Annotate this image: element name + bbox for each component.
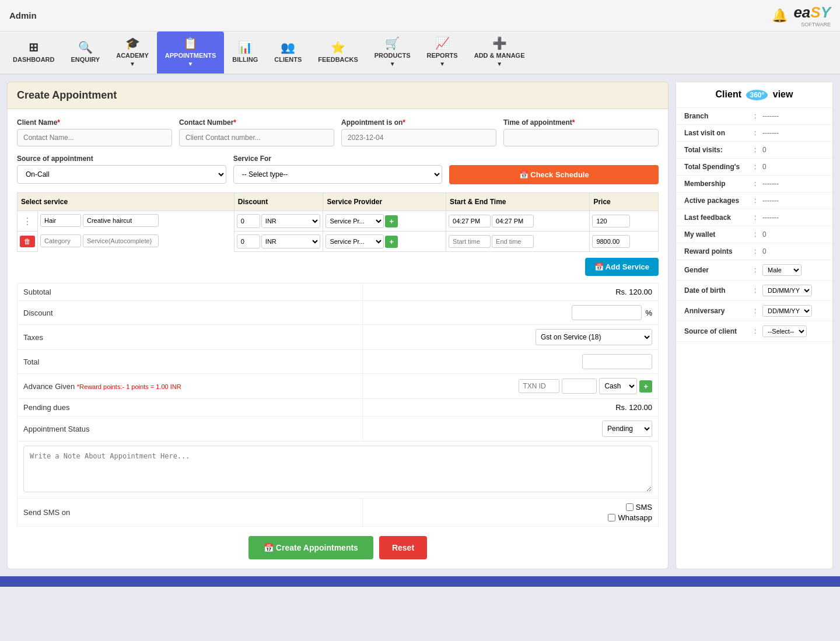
sms-checkbox-label[interactable]: SMS [626,503,652,512]
my-wallet-row: My wallet : 0 [676,226,832,243]
total-value[interactable]: 140.60 [582,354,652,369]
check-schedule-button[interactable]: 📅 Check Schedule [449,165,659,184]
contact-number-label: Contact Number* [179,118,334,127]
dob-label: Date of birth [684,286,754,295]
active-packages-value: ------- [762,197,824,205]
advance-amount-input[interactable]: 0 [562,379,597,394]
source-client-label: Source of client [684,327,754,335]
membership-label: Membership [684,180,754,188]
discount-value-input[interactable]: 0 [572,305,642,320]
discount-input-2[interactable] [237,234,260,248]
admin-title: Admin [9,10,37,20]
total-visits-label: Total visits: [684,146,754,154]
pending-dues-label: Pending dues [18,399,363,416]
service-for-group: Service For -- Select type-- [233,155,443,184]
delete-row-2[interactable]: 🗑 [20,236,35,247]
nav-dashboard-label: DASHBOARD [13,56,55,63]
appointment-date-group: Appointment is on* [341,118,496,146]
pending-dues-row: Pending dues Rs. 120.00 [18,399,659,416]
logo-sub: SOFTWARE [793,22,831,27]
service-input-2[interactable] [83,234,159,247]
create-appointment-title: Create Appointment [17,89,117,101]
th-discount: Discount [234,193,323,211]
source-client-select[interactable]: --Select-- [762,325,807,337]
nav-feedbacks[interactable]: ⭐ FEEDBACKS [310,36,366,69]
nav-add-manage[interactable]: ➕ ADD & MANAGE ▼ [466,31,533,73]
taxes-select[interactable]: Gst on Service (18) [536,329,652,345]
end-time-1[interactable] [492,215,534,227]
nav-academy-label: ACADEMY [116,52,149,59]
nav-enquiry[interactable]: 🔍 ENQUIRY [63,36,108,69]
discount-label: Discount [18,301,363,325]
nav-academy[interactable]: 🎓 ACADEMY ▼ [108,31,157,73]
form-area: Client Name* Contact Number* Appointment… [7,109,668,569]
provider-select-1[interactable]: Service Pr... [326,214,384,228]
main-nav: ⊞ DASHBOARD 🔍 ENQUIRY 🎓 ACADEMY ▼ 📋 APPO… [0,31,840,75]
discount-percent: % [645,309,652,317]
clients-icon: 👥 [281,40,295,54]
nav-reports[interactable]: 📈 REPORTS ▼ [419,31,466,73]
discount-row: Discount 0 % [18,301,659,325]
total-label: Total [18,350,363,374]
discount-unit-2[interactable]: INR% [261,234,321,248]
appointments-icon: 📋 [183,36,198,50]
end-time-2[interactable] [492,235,534,248]
anniversary-select[interactable]: DD/MM/YY [762,305,812,317]
nav-products-label: PRODUCTS [374,52,411,59]
note-textarea[interactable] [23,446,652,492]
nav-dashboard[interactable]: ⊞ DASHBOARD [5,36,63,69]
advance-add-btn[interactable]: + [639,380,652,393]
drag-handle-1[interactable]: ⋮ [23,216,32,226]
check-schedule-group: 📅 Check Schedule [449,155,659,184]
provider-select-2[interactable]: Service Pr... [326,234,384,248]
total-visits-value: 0 [762,146,824,154]
gender-select[interactable]: MaleFemaleOther [762,264,802,276]
category-input-2[interactable] [40,234,81,247]
nav-enquiry-label: ENQUIRY [71,56,100,63]
gender-label: Gender [684,266,754,274]
sms-label: Send SMS on [18,499,363,527]
taxes-label: Taxes [18,325,363,350]
discount-inputs: 0 % [363,301,659,325]
bottom-bar [0,576,840,587]
appt-status-select[interactable]: Pending Confirmed Cancelled [602,421,652,437]
taxes-value: Gst on Service (18) [363,325,659,350]
source-select[interactable]: On-Call Walk-In Online [17,165,226,184]
reward-points-label: Reward points [684,247,754,255]
nav-clients-label: CLIENTS [274,56,302,63]
dob-select[interactable]: DD/MM/YY [762,285,812,296]
provider-add-2[interactable]: + [385,236,398,248]
anniversary-select-wrapper: DD/MM/YY [762,305,824,317]
client-360-title: Client [716,89,741,99]
txn-id-input[interactable] [519,379,559,393]
start-time-1[interactable] [449,215,491,227]
nav-products[interactable]: 🛒 PRODUCTS ▼ [366,31,419,73]
sms-checkbox[interactable] [626,503,634,511]
contact-number-input[interactable] [179,129,334,146]
advance-method-select[interactable]: Cash Card Online [599,378,637,394]
whatsapp-checkbox-label[interactable]: Whatsapp [608,513,652,522]
category-input-1[interactable] [40,214,81,227]
create-appointments-button[interactable]: 📅 Create Appointments [249,536,373,559]
branch-value: ------- [762,112,824,120]
client-name-input[interactable] [17,129,172,146]
service-for-select[interactable]: -- Select type-- [233,165,443,184]
add-service-button[interactable]: 📅 Add Service [585,258,659,276]
appointment-date-input[interactable] [341,129,496,146]
start-time-2[interactable] [449,235,491,248]
price-1[interactable] [592,215,630,227]
service-input-1[interactable] [83,214,159,227]
whatsapp-checkbox[interactable] [608,514,615,521]
whatsapp-option: Whatsapp [618,513,652,522]
provider-add-1[interactable]: + [385,215,398,227]
nav-appointments[interactable]: 📋 APPOINTMENTS ▼ [157,31,224,73]
nav-reports-label: REPORTS [427,52,458,59]
time-input[interactable]: 04:27 PM [503,129,659,146]
discount-unit-1[interactable]: INR% [261,214,321,228]
advance-note: *Reward points:- 1 points = 1.00 INR [77,383,181,390]
price-2[interactable] [592,235,630,248]
discount-input-1[interactable] [237,214,260,228]
nav-billing[interactable]: 📊 BILLING [224,36,266,69]
nav-clients[interactable]: 👥 CLIENTS [266,36,310,69]
reset-button[interactable]: Reset [379,536,427,559]
